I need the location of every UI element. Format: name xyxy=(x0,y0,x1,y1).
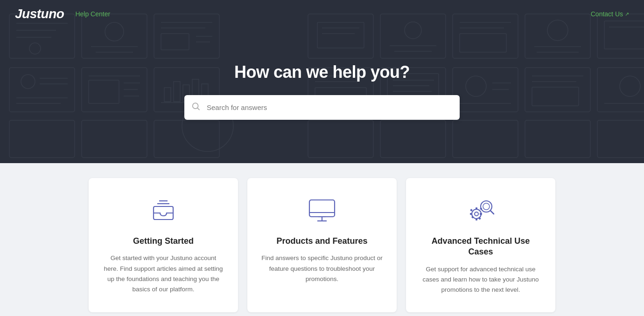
products-features-icon xyxy=(308,197,336,225)
getting-started-icon xyxy=(150,197,177,225)
logo-text: Justuno xyxy=(15,7,64,21)
cards-grid: Getting Started Get started with your Ju… xyxy=(89,178,555,312)
help-center-link[interactable]: Help Center xyxy=(75,10,110,18)
products-features-desc: Find answers to specific Justuno product… xyxy=(261,253,383,284)
svg-line-106 xyxy=(490,211,494,214)
advanced-technical-title: Advanced Technical Use Cases xyxy=(420,236,541,258)
svg-rect-89 xyxy=(309,200,335,217)
logo-container: Justuno Help Center xyxy=(15,7,110,21)
contact-us-label: Contact Us xyxy=(591,10,623,18)
svg-rect-98 xyxy=(470,213,472,215)
products-features-title: Products and Features xyxy=(276,236,367,247)
search-input[interactable] xyxy=(184,95,460,120)
advanced-technical-desc: Get support for advanced technical use c… xyxy=(420,264,541,295)
svg-rect-96 xyxy=(476,207,477,210)
getting-started-desc: Get started with your Justuno account he… xyxy=(103,253,224,295)
products-features-card[interactable]: Products and Features Find answers to sp… xyxy=(247,178,397,312)
svg-rect-99 xyxy=(480,213,482,215)
external-link-icon: ↗ xyxy=(625,11,629,17)
svg-point-95 xyxy=(475,212,478,216)
contact-us-link[interactable]: Contact Us ↗ xyxy=(591,10,629,18)
logo: Justuno xyxy=(15,7,64,21)
advanced-technical-icon xyxy=(466,197,495,225)
hero-content: How can we help you? xyxy=(0,28,644,163)
advanced-technical-card[interactable]: Advanced Technical Use Cases Get support… xyxy=(406,178,555,312)
getting-started-card[interactable]: Getting Started Get started with your Ju… xyxy=(89,178,238,312)
hero-title: How can we help you? xyxy=(234,62,410,82)
svg-rect-97 xyxy=(476,218,477,220)
search-container xyxy=(184,95,460,120)
cards-section: Getting Started Get started with your Ju… xyxy=(0,163,644,316)
svg-point-105 xyxy=(483,203,490,210)
navbar: Justuno Help Center Contact Us ↗ xyxy=(0,0,644,28)
hero-section: Justuno Help Center Contact Us ↗ How can… xyxy=(0,0,644,163)
getting-started-title: Getting Started xyxy=(133,236,194,247)
